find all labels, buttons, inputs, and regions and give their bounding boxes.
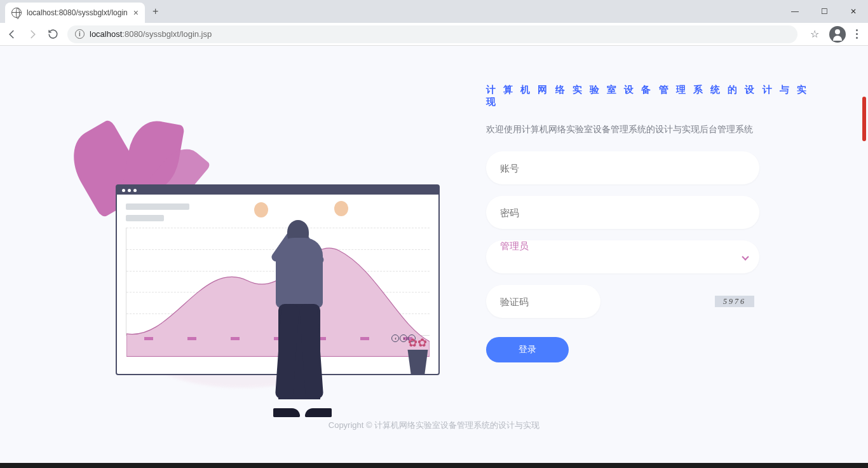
- bookmark-icon[interactable]: ☆: [810, 28, 819, 40]
- maximize-button[interactable]: ☐: [810, 7, 839, 16]
- browser-tab[interactable]: localhost:8080/syssbglxt/login ×: [5, 3, 145, 23]
- forward-button[interactable]: [27, 29, 38, 40]
- url-host: localhost: [90, 29, 122, 39]
- username-input[interactable]: [486, 151, 759, 184]
- copyright-text: Copyright © 计算机网络实验室设备管理系统的设计与实现: [0, 420, 868, 431]
- menu-icon[interactable]: [856, 29, 858, 39]
- url-path: :8080/syssbglxt/login.jsp: [122, 29, 212, 39]
- captcha-input[interactable]: [486, 285, 600, 318]
- login-button[interactable]: 登录: [486, 337, 569, 362]
- plant-pot-icon: ✿✿: [402, 336, 433, 375]
- new-tab-button[interactable]: +: [145, 6, 166, 17]
- page-content: ‹› ✿✿ 计 算 机 网 络 实 验 室 设 备 管 理 系 统 的 设 计 …: [0, 46, 868, 463]
- captcha-image[interactable]: 5976: [715, 296, 754, 307]
- close-tab-icon[interactable]: ×: [133, 8, 139, 18]
- taskbar[interactable]: [0, 463, 868, 468]
- address-bar[interactable]: i localhost:8080/syssbglxt/login.jsp: [67, 25, 797, 43]
- reload-button[interactable]: [47, 29, 58, 40]
- password-input[interactable]: [486, 196, 759, 229]
- page-title: 计 算 机 网 络 实 验 室 设 备 管 理 系 统 的 设 计 与 实 现: [486, 84, 825, 108]
- tab-title: localhost:8080/syssbglxt/login: [27, 8, 128, 17]
- role-select[interactable]: 管理员: [486, 240, 759, 273]
- profile-avatar-icon[interactable]: [829, 26, 846, 43]
- browser-toolbar: i localhost:8080/syssbglxt/login.jsp ☆: [0, 23, 868, 46]
- back-button[interactable]: [6, 29, 18, 40]
- globe-icon: [11, 8, 22, 18]
- site-info-icon[interactable]: i: [75, 29, 85, 39]
- scrollbar-thumb[interactable]: [862, 97, 866, 141]
- welcome-text: 欢迎使用计算机网络实验室设备管理系统的设计与实现后台管理系统: [486, 122, 825, 136]
- window-controls: ― ☐ ✕: [780, 0, 868, 23]
- browser-tabstrip: localhost:8080/syssbglxt/login × + ― ☐ ✕: [0, 0, 868, 23]
- close-window-button[interactable]: ✕: [839, 7, 868, 16]
- minimize-button[interactable]: ―: [780, 7, 810, 16]
- login-form-panel: 计 算 机 网 络 实 验 室 设 备 管 理 系 统 的 设 计 与 实 现 …: [486, 46, 868, 463]
- illustration-panel: ‹› ✿✿: [0, 46, 486, 463]
- person-illustration: [255, 210, 344, 413]
